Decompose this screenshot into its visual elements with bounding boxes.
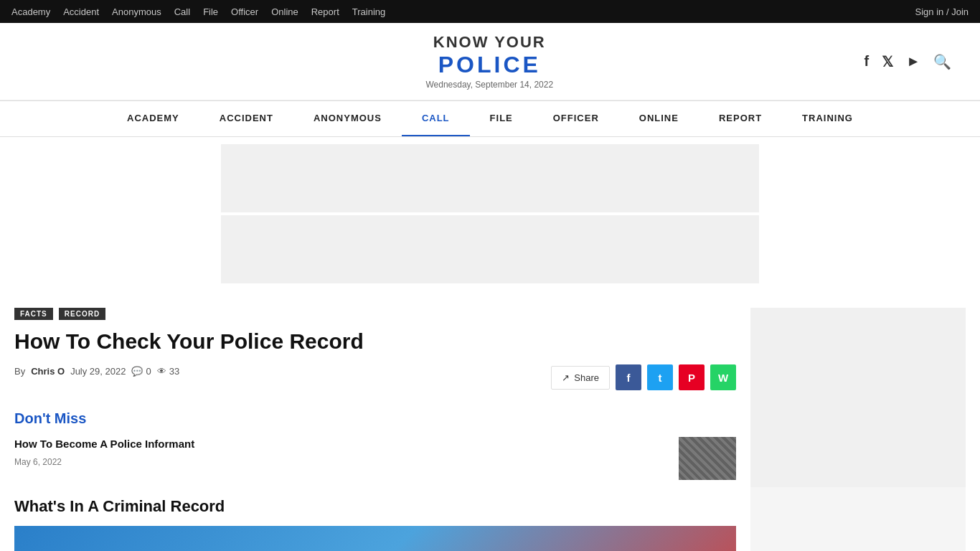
dont-miss-date: May 6, 2022 <box>14 457 62 467</box>
wa-icon: W <box>718 372 728 384</box>
dont-miss-item: How To Become A Police Informant May 6, … <box>14 437 736 480</box>
main-content: FACTS RECORD How To Check Your Police Re… <box>14 308 736 551</box>
comment-icon: 💬 <box>131 366 143 377</box>
twitter-icon[interactable]: 𝕏 <box>882 53 893 70</box>
nav-academy[interactable]: ACADEMY <box>107 101 199 136</box>
dont-miss-title: Don't Miss <box>14 410 736 427</box>
sidebar-ad <box>750 308 966 487</box>
views-meta: 👁 33 <box>157 366 179 377</box>
tags-row: FACTS RECORD <box>14 308 736 320</box>
pinterest-share-button[interactable]: P <box>679 364 705 390</box>
article-title: How To Check Your Police Record <box>14 329 736 354</box>
ad-block-2 <box>221 215 759 283</box>
top-bar-nav: Academy Accident Anonymous Call File Off… <box>11 6 385 17</box>
share-icon: ↗ <box>562 372 570 383</box>
logo-know: KNOW YOUR <box>425 33 553 52</box>
topnav-online[interactable]: Online <box>271 6 298 17</box>
topnav-academy[interactable]: Academy <box>11 6 50 17</box>
main-nav: ACADEMY ACCIDENT ANONYMOUS CALL FILE OFF… <box>0 100 980 137</box>
nav-officer[interactable]: OFFICER <box>533 101 619 136</box>
nav-anonymous[interactable]: ANONYMOUS <box>293 101 402 136</box>
site-header: KNOW YOUR POLICE Wednesday, September 14… <box>0 23 980 100</box>
comment-count: 0 <box>146 366 151 377</box>
topnav-accident[interactable]: Accident <box>63 6 99 17</box>
topnav-file[interactable]: File <box>203 6 218 17</box>
facebook-share-button[interactable]: f <box>616 364 641 390</box>
dont-miss-text-area: How To Become A Police Informant May 6, … <box>14 437 670 467</box>
dont-miss-image <box>679 437 736 480</box>
by-label: By <box>14 366 25 377</box>
view-count: 33 <box>169 366 179 377</box>
share-label: Share <box>574 372 599 383</box>
top-bar-auth: Sign in / Join <box>915 6 969 17</box>
tag-record[interactable]: RECORD <box>59 308 105 320</box>
facebook-icon[interactable]: f <box>864 53 870 70</box>
share-button[interactable]: ↗ Share <box>551 366 610 390</box>
nav-file[interactable]: FILE <box>470 101 533 136</box>
ad-area <box>221 137 759 293</box>
ad-block-1 <box>221 144 759 212</box>
dont-miss-text: How To Become A Police Informant May 6, … <box>14 437 670 467</box>
twitter-share-button[interactable]: t <box>647 364 673 390</box>
content-wrapper: FACTS RECORD How To Check Your Police Re… <box>0 293 980 551</box>
search-icon[interactable]: 🔍 <box>933 53 951 70</box>
article-date: July 29, 2022 <box>70 366 126 377</box>
topnav-call[interactable]: Call <box>174 6 190 17</box>
youtube-icon[interactable]: ► <box>906 53 920 70</box>
topnav-training[interactable]: Training <box>352 6 385 17</box>
sidebar <box>750 308 966 551</box>
topnav-officer[interactable]: Officer <box>231 6 258 17</box>
nav-call[interactable]: CALL <box>402 101 470 136</box>
article-body: What's In A Criminal Record POLICE RECOR… <box>14 497 736 551</box>
signin-link[interactable]: Sign in / Join <box>915 6 969 17</box>
whatsapp-share-button[interactable]: W <box>710 364 736 390</box>
logo-area: KNOW YOUR POLICE Wednesday, September 14… <box>425 33 553 90</box>
comments-meta: 💬 0 <box>131 366 151 377</box>
tw-icon: t <box>659 372 662 384</box>
fb-icon: f <box>627 372 631 384</box>
topnav-anonymous[interactable]: Anonymous <box>112 6 161 17</box>
share-bar: ↗ Share f t P W <box>551 364 736 390</box>
article-meta: By Chris O July 29, 2022 💬 0 👁 33 <box>14 366 544 377</box>
meta-share-row: By Chris O July 29, 2022 💬 0 👁 33 ↗ Shar… <box>14 364 736 390</box>
pin-icon: P <box>688 372 695 384</box>
nav-training[interactable]: TRAINING <box>782 101 873 136</box>
topnav-report[interactable]: Report <box>311 6 339 17</box>
article-image: POLICE RECORD <box>14 526 736 551</box>
nav-online[interactable]: ONLINE <box>619 101 699 136</box>
nav-accident[interactable]: ACCIDENT <box>199 101 293 136</box>
dont-miss-img-placeholder <box>679 437 736 480</box>
article-author[interactable]: Chris O <box>31 366 65 377</box>
logo-date: Wednesday, September 14, 2022 <box>425 80 553 90</box>
dont-miss-section: Don't Miss How To Become A Police Inform… <box>14 410 736 480</box>
logo-police: POLICE <box>425 52 553 78</box>
article-section-title: What's In A Criminal Record <box>14 497 736 516</box>
dont-miss-article-title[interactable]: How To Become A Police Informant <box>14 437 670 451</box>
top-bar: Academy Accident Anonymous Call File Off… <box>0 0 980 23</box>
nav-report[interactable]: REPORT <box>699 101 782 136</box>
tag-facts[interactable]: FACTS <box>14 308 53 320</box>
eye-icon: 👁 <box>157 366 166 377</box>
header-icons: f 𝕏 ► 🔍 <box>864 53 951 70</box>
